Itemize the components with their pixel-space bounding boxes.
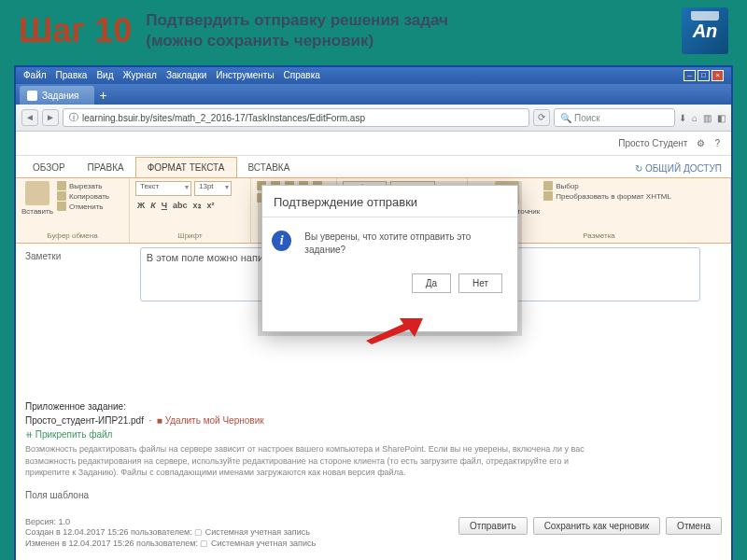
template-fields-label: Поля шаблона: [25, 488, 137, 502]
share-button[interactable]: ↻ ОБЩИЙ ДОСТУП: [635, 163, 722, 177]
notes-label: Заметки: [25, 247, 137, 261]
cancel-button[interactable]: Отмена: [666, 517, 722, 535]
cut-button[interactable]: Вырезать: [57, 181, 109, 190]
group-clipboard: Буфер обмена: [21, 230, 123, 240]
action-buttons: Отправить Сохранить как черновик Отмена: [458, 517, 722, 535]
browser-tabbar: Задания +: [16, 84, 731, 105]
undo-icon: [57, 202, 66, 211]
info-icon: i: [272, 231, 291, 251]
confirm-dialog: Подтверждение отправки i Вы уверены, что…: [261, 185, 518, 332]
ribbon-tabs: ОБЗОР ПРАВКА ФОРМАТ ТЕКСТА ВСТАВКА ↻ ОБЩ…: [16, 156, 731, 178]
step-number: Шаг 10: [19, 11, 132, 50]
forward-button[interactable]: ►: [42, 109, 59, 126]
close-icon[interactable]: ×: [712, 70, 724, 81]
tab-browse[interactable]: ОБЗОР: [21, 158, 77, 177]
dialog-message: Вы уверены, что хотите отправить это зад…: [304, 231, 508, 257]
refresh-button[interactable]: ⟳: [533, 109, 550, 126]
search-icon: 🔍: [560, 113, 571, 123]
tab-title: Задания: [42, 91, 79, 101]
dialog-title: Подтверждение отправки: [262, 186, 517, 217]
slide-header: Шаг 10 Подтвердить отправку решения зада…: [0, 0, 747, 62]
tab-edit[interactable]: ПРАВКА: [77, 158, 135, 177]
undo-button[interactable]: Отменить: [57, 202, 109, 211]
attach-label: Приложенное задание:: [25, 401, 126, 412]
browser-tab[interactable]: Задания: [20, 86, 94, 105]
university-logo: Ап: [682, 7, 728, 54]
menu-history[interactable]: Журнал: [122, 70, 157, 81]
addr-actions: ⬇ ⌂ ▥ ◧: [679, 113, 726, 123]
maximize-icon[interactable]: □: [698, 70, 710, 81]
back-button[interactable]: ◄: [21, 109, 38, 126]
url-text: learning.bsuir.by/sites/math_2_2016-17/T…: [82, 113, 365, 123]
copy-button[interactable]: Копировать: [57, 191, 109, 201]
user-name[interactable]: Просто Студент: [618, 138, 687, 148]
share-icon: ↻: [635, 163, 642, 174]
strike-button[interactable]: abc: [171, 201, 190, 210]
copy-icon: [57, 191, 66, 201]
cut-icon: [57, 181, 66, 190]
xhtml-button[interactable]: Преобразовать в формат XHTML: [543, 191, 671, 201]
save-draft-button[interactable]: Сохранить как черновик: [533, 517, 660, 535]
settings-button[interactable]: ⚙: [697, 138, 705, 148]
paste-button[interactable]: Вставить: [21, 181, 53, 216]
tab-format-text[interactable]: ФОРМАТ ТЕКСТА: [135, 157, 237, 177]
sharepoint-topbar: Просто Студент ⚙ ?: [16, 132, 731, 156]
attached-file[interactable]: Просто_студент-ИПР21.pdf: [25, 415, 144, 426]
search-placeholder: Поиск: [574, 113, 600, 123]
delete-draft-link[interactable]: Удалить мой Черновик: [165, 415, 264, 426]
gear-icon: ⚙: [697, 138, 705, 148]
paste-icon: [25, 181, 49, 205]
underline-button[interactable]: Ч: [160, 201, 169, 210]
superscript-button[interactable]: x²: [205, 201, 217, 210]
italic-button[interactable]: К: [148, 201, 158, 210]
group-font: Шрифт: [135, 230, 245, 240]
fontsize-select[interactable]: 13pt: [194, 181, 232, 196]
version-info: Версия: 1.0 Создан в 12.04.2017 15:26 по…: [25, 517, 316, 550]
xhtml-icon: [543, 191, 553, 201]
menu-bookmarks[interactable]: Закладки: [166, 70, 206, 81]
send-button[interactable]: Отправить: [458, 517, 528, 535]
menu-edit[interactable]: Правка: [56, 70, 88, 81]
bold-button[interactable]: Ж: [135, 201, 147, 210]
menu-file[interactable]: Файл: [23, 70, 47, 81]
menu-view[interactable]: Вид: [96, 70, 113, 81]
yes-button[interactable]: Да: [412, 273, 451, 293]
no-button[interactable]: Нет: [458, 273, 502, 293]
attach-help-text: Возможность редактировать файлы на серве…: [25, 443, 604, 479]
new-tab-button[interactable]: +: [94, 86, 113, 105]
window-controls: – □ ×: [684, 70, 724, 81]
format-buttons: Ж К Ч abc x₂ x²: [135, 201, 217, 210]
attachment-section: Приложенное задание: Просто_студент-ИПР2…: [25, 399, 722, 502]
menu-help[interactable]: Справка: [284, 70, 320, 81]
minimize-icon[interactable]: –: [684, 70, 696, 81]
search-input[interactable]: 🔍 Поиск: [554, 108, 675, 127]
browser-menubar: Файл Правка Вид Журнал Закладки Инструме…: [16, 67, 731, 84]
pocket-icon[interactable]: ◧: [717, 113, 726, 123]
tab-insert[interactable]: ВСТАВКА: [237, 158, 302, 177]
url-input[interactable]: ⓘ learning.bsuir.by/sites/math_2_2016-17…: [63, 108, 529, 127]
info-icon: ⓘ: [69, 111, 78, 124]
home-icon[interactable]: ⌂: [692, 113, 698, 123]
address-bar: ◄ ► ⓘ learning.bsuir.by/sites/math_2_201…: [16, 105, 731, 132]
version-row: Версия: 1.0 Создан в 12.04.2017 15:26 по…: [25, 517, 722, 550]
favicon-icon: [27, 91, 37, 101]
attach-file-link[interactable]: Прикрепить файл: [35, 429, 113, 440]
download-icon[interactable]: ⬇: [679, 113, 686, 123]
font-select[interactable]: Текст: [135, 181, 191, 196]
select-button[interactable]: Выбор: [543, 181, 671, 190]
subscript-button[interactable]: x₂: [191, 201, 204, 210]
menu-tools[interactable]: Инструменты: [216, 70, 274, 81]
bookmark-icon[interactable]: ▥: [703, 113, 712, 123]
select-icon: [543, 181, 553, 190]
help-icon[interactable]: ?: [714, 138, 720, 148]
step-subtitle: Подтвердить отправку решения задач (можн…: [146, 10, 448, 51]
